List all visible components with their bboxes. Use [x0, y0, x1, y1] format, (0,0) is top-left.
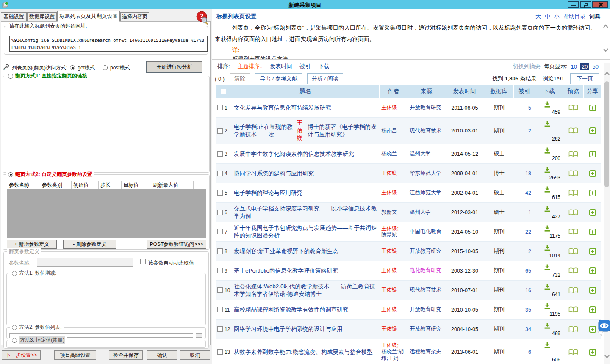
help-scroll-up-icon[interactable] — [603, 24, 609, 29]
article-title-link[interactable]: 从数字素养到数字能力:概念流变、构成要素与整合模型 — [231, 339, 380, 364]
download-icon[interactable] — [544, 342, 551, 350]
post-verify-button[interactable]: POST参数验证访问>>> — [147, 240, 206, 249]
share-plus-icon[interactable] — [584, 300, 601, 319]
source-link[interactable]: 现代教育技术 — [408, 281, 445, 300]
row-checkbox[interactable] — [217, 128, 223, 134]
download-icon[interactable] — [544, 245, 551, 253]
clear-button[interactable]: 清除 — [230, 73, 250, 84]
article-title-link[interactable]: 网络学习环境中电子学档系统的设计与应用 — [231, 320, 380, 339]
author-link[interactable]: 王佑镁 — [380, 242, 408, 261]
cancel-button[interactable]: 取消 — [180, 350, 210, 360]
value-method1-radio[interactable] — [12, 271, 17, 276]
preview-book-icon[interactable] — [563, 222, 584, 241]
source-link[interactable]: 现代教育技术 — [408, 118, 445, 144]
download-icon[interactable] — [544, 167, 551, 175]
col-share[interactable]: 分享 — [584, 85, 601, 98]
author-link[interactable]: 郭新文 — [380, 203, 408, 222]
share-plus-icon[interactable] — [584, 261, 601, 280]
download-icon[interactable] — [544, 206, 551, 214]
tab-database-settings[interactable]: 数据库设置 — [27, 12, 57, 21]
col-database[interactable]: 数据库 — [484, 85, 514, 98]
source-link[interactable]: 开放教育研究 — [408, 98, 445, 117]
share-plus-icon[interactable] — [584, 222, 601, 241]
download-icon[interactable] — [544, 101, 551, 109]
article-title-link[interactable]: 文化差异与教育信息化可持续发展研究 — [231, 98, 380, 117]
source-link[interactable]: 中国电化教育 — [408, 222, 445, 241]
cited-count-link[interactable]: 34 — [514, 320, 535, 339]
article-title-link[interactable]: 高校精品课程网络资源教学有效性的调查研究 — [231, 300, 380, 319]
cited-count-link[interactable]: 2 — [514, 242, 535, 261]
cited-count-link[interactable] — [514, 144, 535, 163]
cited-count-link[interactable]: 35 — [514, 300, 535, 319]
download-icon[interactable] — [544, 323, 551, 331]
preview-book-icon[interactable] — [563, 300, 584, 319]
auto-value-checkbox[interactable] — [140, 259, 146, 264]
row-checkbox[interactable] — [217, 307, 223, 312]
download-icon[interactable] — [544, 225, 551, 233]
cited-count-link[interactable]: 1 — [514, 203, 535, 222]
preview-book-icon[interactable] — [563, 183, 584, 202]
cited-count-link[interactable]: 42 — [514, 183, 535, 202]
list-scroll-down-icon[interactable] — [604, 354, 610, 359]
sort-by-download[interactable]: 下载 — [318, 63, 329, 70]
source-link[interactable]: 开放教育研究 — [408, 300, 445, 319]
author-link[interactable]: 杨南昌 — [380, 118, 408, 144]
share-plus-icon[interactable] — [584, 164, 601, 183]
add-param-button[interactable]: + 新增参数定义 — [7, 240, 57, 249]
dictionary-link[interactable]: 词典 — [589, 13, 600, 20]
article-title-link[interactable]: 发展中学生数字化阅读素养的信息技术教学研究 — [231, 144, 380, 163]
cited-count-link[interactable]: 22 — [514, 222, 535, 241]
preview-book-icon[interactable] — [563, 281, 584, 300]
share-plus-icon[interactable] — [584, 281, 601, 300]
param-name-input[interactable] — [37, 258, 133, 267]
cited-count-link[interactable]: 18 — [514, 164, 535, 183]
export-references-button[interactable]: 导出 / 参考文献 — [255, 73, 302, 84]
next-page-button[interactable]: 下一页 — [570, 73, 599, 84]
col-source[interactable]: 来源 — [408, 85, 445, 98]
source-link[interactable]: 开放教育研究 — [408, 320, 445, 339]
tab-basic-settings[interactable]: 基础设置 — [1, 12, 27, 21]
per-page-20-active[interactable]: 20 — [580, 63, 589, 70]
col-preview[interactable]: 预览 — [563, 85, 584, 98]
check-save-button[interactable]: 检查并保存 — [109, 350, 143, 360]
author-link[interactable]: 王佑镁 — [380, 320, 408, 339]
preview-book-icon[interactable] — [563, 98, 584, 117]
preview-book-icon[interactable] — [563, 242, 584, 261]
preview-book-icon[interactable] — [563, 164, 584, 183]
article-title-link[interactable]: 协同学习系统的建构与应用研究 — [231, 164, 380, 183]
article-title-link[interactable]: 电子学档的理论与应用研究 — [231, 183, 380, 202]
sort-by-cited[interactable]: 被引 — [299, 63, 311, 70]
article-title-link[interactable]: 近十年我国电子书包研究热点与发展趋势——基于共词矩阵的知识图谱分析 — [231, 222, 380, 241]
value-method3-radio[interactable] — [12, 338, 17, 343]
preview-book-icon[interactable] — [563, 320, 584, 339]
font-small-link[interactable]: 小 — [554, 13, 560, 20]
download-icon[interactable] — [544, 147, 551, 155]
start-url-input[interactable]: %93&ConfigFile=SCDBINDEX.xml&research=of… — [9, 36, 208, 52]
download-icon[interactable] — [544, 121, 551, 129]
source-link[interactable]: 温州大学 — [408, 144, 445, 163]
sort-by-date[interactable]: 发表时间 — [270, 63, 292, 70]
sort-topic[interactable]: 主题排序↓ — [238, 63, 263, 70]
download-icon[interactable] — [544, 303, 551, 311]
cited-count-link[interactable]: 6 — [514, 339, 535, 364]
per-page-10[interactable]: 10 — [571, 63, 577, 70]
author-link[interactable]: 王佑镁;杨晓兰;胡玮;王娟 — [380, 339, 408, 364]
article-title-link[interactable]: 发现创客:新工业革命视野下的教育新生态 — [231, 242, 380, 261]
row-checkbox[interactable] — [217, 248, 223, 254]
author-link[interactable]: 王佑镁 — [380, 281, 408, 300]
help-search-icon[interactable]: ? — [195, 11, 210, 26]
post-mode-radio[interactable] — [103, 65, 108, 70]
source-link[interactable]: 远程教育杂志 — [408, 339, 445, 364]
share-plus-icon[interactable] — [584, 144, 601, 163]
share-plus-icon[interactable] — [584, 98, 601, 117]
source-link[interactable]: 江西师范大学 — [408, 183, 445, 202]
help-scroll-down-icon[interactable] — [603, 47, 609, 52]
col-title[interactable]: 题名 — [231, 85, 380, 98]
delete-param-button[interactable]: - 删除参数定义 — [63, 240, 116, 249]
value-list-dropdown[interactable] — [196, 333, 202, 338]
help-doc-title[interactable]: 标题列表页设置 — [216, 13, 257, 20]
author-link[interactable]: 杨晓兰 — [380, 144, 408, 163]
share-plus-icon[interactable] — [584, 183, 601, 202]
col-date[interactable]: 发表时间 — [445, 85, 484, 98]
row-checkbox[interactable] — [217, 210, 223, 215]
